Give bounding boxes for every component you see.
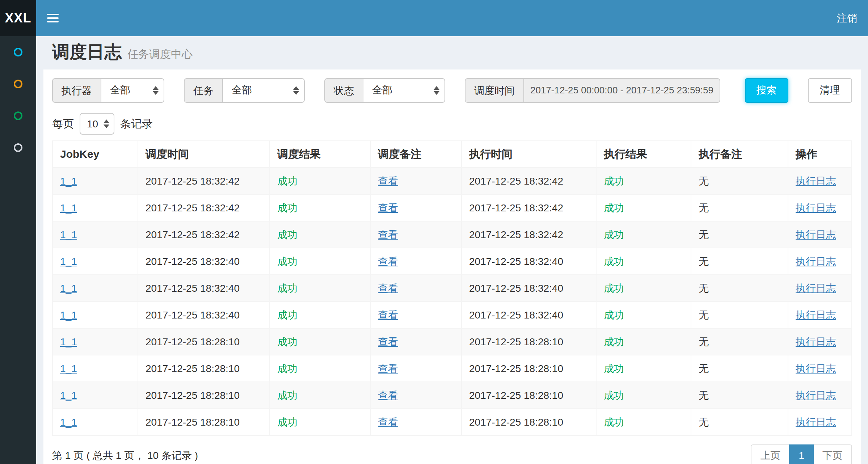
action-link[interactable]: 执行日志 — [796, 416, 836, 428]
table-row: 1_12017-12-25 18:28:10成功查看2017-12-25 18:… — [52, 382, 852, 409]
executor-select[interactable]: 全部 — [101, 78, 164, 103]
jobkey-link[interactable]: 1_1 — [60, 256, 77, 267]
trigger_msg-link[interactable]: 查看 — [378, 389, 398, 401]
cell-handle_result: 成功 — [596, 409, 691, 435]
log-table: JobKey调度时间调度结果调度备注执行时间执行结果执行备注操作 1_12017… — [52, 140, 852, 436]
select-arrows-icon — [293, 86, 299, 95]
trigger-time-range-input[interactable]: 2017-12-25 00:00:00 - 2017-12-25 23:59:5… — [523, 78, 720, 103]
current-page-button[interactable]: 1 — [789, 444, 814, 464]
cell-action: 执行日志 — [788, 168, 852, 194]
status-select[interactable]: 全部 — [363, 78, 445, 103]
jobkey-link[interactable]: 1_1 — [60, 229, 77, 240]
cell-handle_msg: 无 — [691, 248, 788, 275]
page-size-prefix: 每页 — [52, 117, 74, 131]
circle-outline-icon — [14, 80, 22, 88]
sidebar-item-4[interactable] — [0, 132, 36, 164]
trigger-time-filter-label: 调度时间 — [465, 78, 523, 103]
action-link[interactable]: 执行日志 — [796, 309, 836, 321]
trigger_msg-link[interactable]: 查看 — [378, 363, 398, 374]
cell-handle_result: 成功 — [596, 382, 691, 409]
action-link[interactable]: 执行日志 — [796, 363, 836, 374]
logout-link[interactable]: 注销 — [826, 0, 868, 36]
cell-trigger_time: 2017-12-25 18:28:10 — [138, 382, 270, 409]
circle-outline-icon — [14, 111, 22, 120]
jobkey-link[interactable]: 1_1 — [60, 282, 77, 294]
select-arrows-icon — [434, 86, 439, 95]
cell-handle_result: 成功 — [596, 248, 691, 275]
sidebar-item-2[interactable] — [0, 68, 36, 100]
cell-action: 执行日志 — [788, 221, 852, 248]
executor-filter-label: 执行器 — [52, 78, 101, 103]
trigger_msg-link[interactable]: 查看 — [378, 336, 398, 347]
sidebar-menu — [0, 36, 36, 164]
cell-handle_msg: 无 — [691, 409, 788, 435]
sidebar-item-1[interactable] — [0, 36, 36, 68]
page-title: 调度日志任务调度中心 — [52, 42, 852, 64]
cell-handle_msg: 无 — [691, 168, 788, 194]
action-link[interactable]: 执行日志 — [796, 229, 836, 240]
column-header-trigger_time: 调度时间 — [138, 141, 270, 168]
jobkey-link[interactable]: 1_1 — [60, 202, 77, 214]
page-size-suffix: 条记录 — [120, 117, 153, 131]
table-row: 1_12017-12-25 18:32:42成功查看2017-12-25 18:… — [52, 221, 852, 248]
sidebar — [0, 36, 36, 464]
status-select-value: 全部 — [372, 84, 392, 97]
jobkey-link[interactable]: 1_1 — [60, 416, 77, 428]
app-logo[interactable]: XXL — [0, 0, 36, 36]
job-select[interactable]: 全部 — [222, 78, 305, 103]
action-link[interactable]: 执行日志 — [796, 389, 836, 401]
jobkey-link[interactable]: 1_1 — [60, 175, 77, 187]
cell-trigger_result: 成功 — [270, 275, 370, 301]
cell-trigger_result: 成功 — [270, 248, 370, 275]
cell-handle_msg: 无 — [691, 275, 788, 301]
cell-trigger_msg: 查看 — [370, 301, 462, 328]
cell-trigger_result: 成功 — [270, 194, 370, 221]
top-navbar: XXL 注销 — [0, 0, 868, 36]
column-header-handle_result: 执行结果 — [596, 141, 691, 168]
table-row: 1_12017-12-25 18:32:42成功查看2017-12-25 18:… — [52, 168, 852, 194]
jobkey-link[interactable]: 1_1 — [60, 389, 77, 401]
column-header-trigger_msg: 调度备注 — [370, 141, 462, 168]
filter-row: 执行器 全部 任务 全部 状态 全部 — [52, 78, 852, 103]
prev-page-button[interactable]: 上页 — [751, 444, 790, 464]
cell-handle_msg: 无 — [691, 194, 788, 221]
trigger_msg-link[interactable]: 查看 — [378, 282, 398, 294]
trigger_msg-link[interactable]: 查看 — [378, 256, 398, 267]
trigger_msg-link[interactable]: 查看 — [378, 202, 398, 214]
content-panel: 执行器 全部 任务 全部 状态 全部 — [43, 69, 861, 464]
cell-handle_result: 成功 — [596, 275, 691, 301]
cell-action: 执行日志 — [788, 194, 852, 221]
cell-handle_time: 2017-12-25 18:32:42 — [462, 221, 596, 248]
jobkey-link[interactable]: 1_1 — [60, 363, 77, 374]
trigger-time-filter-group: 调度时间 2017-12-25 00:00:00 - 2017-12-25 23… — [465, 78, 720, 103]
table-row: 1_12017-12-25 18:28:10成功查看2017-12-25 18:… — [52, 328, 852, 355]
cell-jobkey: 1_1 — [52, 248, 138, 275]
next-page-button[interactable]: 下页 — [813, 444, 852, 464]
action-link[interactable]: 执行日志 — [796, 256, 836, 267]
trigger_msg-link[interactable]: 查看 — [378, 175, 398, 187]
table-row: 1_12017-12-25 18:32:40成功查看2017-12-25 18:… — [52, 301, 852, 328]
jobkey-link[interactable]: 1_1 — [60, 309, 77, 321]
clear-button[interactable]: 清理 — [808, 78, 852, 103]
cell-handle_time: 2017-12-25 18:28:10 — [462, 409, 596, 435]
search-button[interactable]: 搜索 — [745, 78, 788, 103]
action-link[interactable]: 执行日志 — [796, 336, 836, 347]
column-header-action: 操作 — [788, 141, 852, 168]
sidebar-toggle-button[interactable] — [36, 0, 69, 36]
page-size-select[interactable]: 10 — [80, 113, 114, 135]
cell-trigger_time: 2017-12-25 18:28:10 — [138, 328, 270, 355]
cell-handle_msg: 无 — [691, 221, 788, 248]
action-link[interactable]: 执行日志 — [796, 202, 836, 214]
status-filter-group: 状态 全部 — [324, 78, 445, 103]
cell-trigger_time: 2017-12-25 18:32:42 — [138, 221, 270, 248]
trigger_msg-link[interactable]: 查看 — [378, 309, 398, 321]
trigger_msg-link[interactable]: 查看 — [378, 416, 398, 428]
trigger_msg-link[interactable]: 查看 — [378, 229, 398, 240]
cell-handle_result: 成功 — [596, 221, 691, 248]
action-link[interactable]: 执行日志 — [796, 175, 836, 187]
action-link[interactable]: 执行日志 — [796, 282, 836, 294]
jobkey-link[interactable]: 1_1 — [60, 336, 77, 347]
cell-handle_time: 2017-12-25 18:32:42 — [462, 194, 596, 221]
sidebar-item-3[interactable] — [0, 100, 36, 132]
cell-trigger_result: 成功 — [270, 382, 370, 409]
